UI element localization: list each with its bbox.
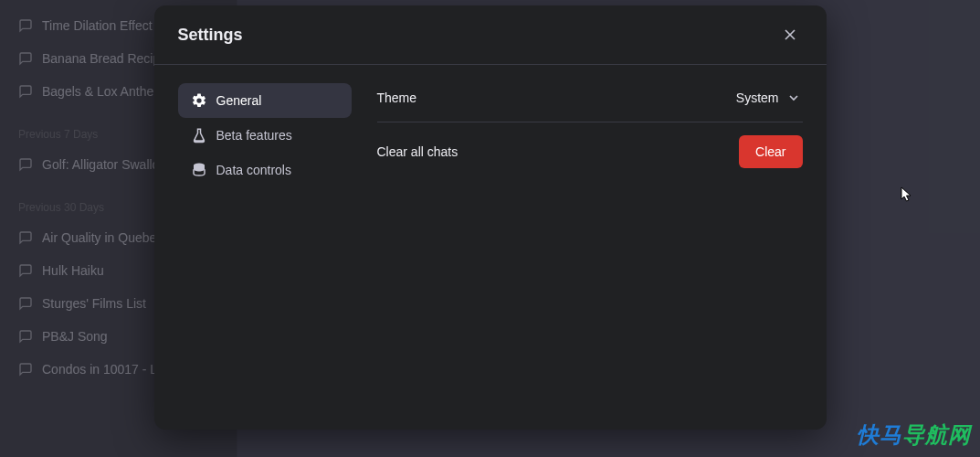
theme-value: System <box>736 90 779 105</box>
watermark-text-a: 快马 <box>857 422 902 447</box>
close-icon <box>781 26 799 44</box>
database-icon <box>191 162 207 178</box>
theme-label: Theme <box>377 90 417 105</box>
settings-nav: General Beta features Data controls <box>178 83 352 411</box>
watermark-text-b: 导航网 <box>902 422 971 447</box>
settings-content: Theme System Clear all chats Clear <box>377 83 803 411</box>
tab-label: Beta features <box>216 128 292 143</box>
chevron-down-icon <box>786 90 801 105</box>
setting-clear-row: Clear all chats Clear <box>377 122 803 181</box>
tab-general[interactable]: General <box>178 83 352 118</box>
modal-header: Settings <box>154 5 827 65</box>
theme-select[interactable]: System <box>734 87 803 109</box>
gear-icon <box>191 92 207 109</box>
setting-theme-row: Theme System <box>377 83 803 122</box>
clear-chats-label: Clear all chats <box>377 144 458 159</box>
clear-button[interactable]: Clear <box>739 135 802 168</box>
watermark: 快马导航网 <box>857 420 971 450</box>
modal-title: Settings <box>178 26 243 45</box>
tab-label: Data controls <box>216 163 291 177</box>
settings-modal: Settings General Beta features <box>154 5 827 430</box>
tab-data-controls[interactable]: Data controls <box>178 153 352 187</box>
tab-beta-features[interactable]: Beta features <box>178 118 352 153</box>
tab-label: General <box>216 93 262 108</box>
close-button[interactable] <box>777 22 803 48</box>
flask-icon <box>191 127 207 143</box>
